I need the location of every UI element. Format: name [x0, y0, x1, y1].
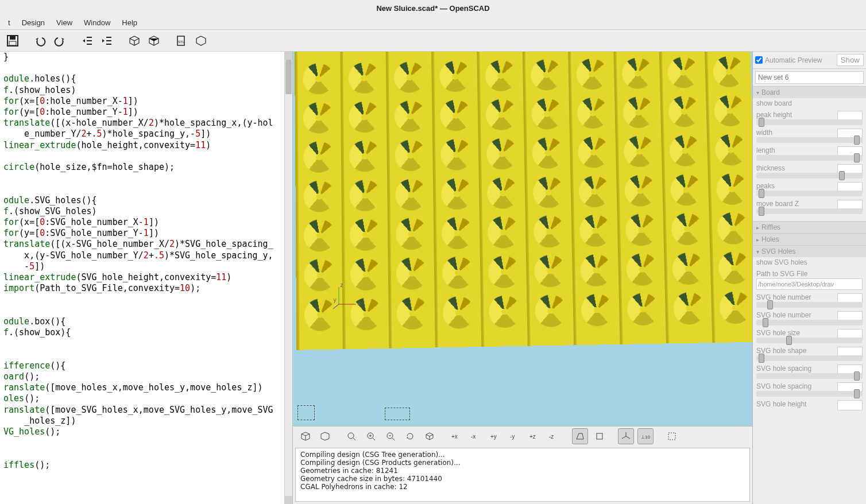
- preview-icon[interactable]: [126, 33, 142, 49]
- svg-line-12: [353, 438, 355, 440]
- show-button[interactable]: Show: [837, 54, 864, 66]
- show-board-label: show board: [756, 99, 863, 107]
- console-line: Compiling design (CSG Products generatio…: [300, 459, 461, 467]
- svg-point-11: [348, 433, 354, 439]
- console-line: Geometries in cache: 81241: [300, 467, 398, 475]
- view-iso-icon[interactable]: [422, 428, 438, 444]
- viewport-toolbar: +x -x +y -y +z -z ⊥10: [293, 426, 752, 445]
- svg-line-16: [373, 438, 375, 440]
- menubar: t Design View Window Help: [0, 16, 866, 30]
- svg-spacing-x-slider[interactable]: [756, 373, 863, 379]
- window-titlebar: New Sluice.scad* — OpenSCAD: [0, 0, 866, 16]
- svg-text:+y: +y: [490, 433, 497, 440]
- console-output[interactable]: Compiling design (CSG Tree generation)..…: [295, 448, 750, 502]
- menu-view[interactable]: View: [56, 18, 72, 27]
- menu-window[interactable]: Window: [84, 18, 110, 27]
- group-board-header[interactable]: Board: [753, 87, 866, 98]
- console-line: Geometry cache size in bytes: 47101440: [300, 475, 442, 483]
- peaks-slider[interactable]: [756, 191, 863, 196]
- window-title: New Sluice.scad* — OpenSCAD: [376, 4, 489, 13]
- orthographic-icon[interactable]: [591, 428, 608, 444]
- undo-icon[interactable]: [32, 33, 48, 49]
- svg-text:y: y: [333, 297, 337, 303]
- svg-text:-z: -z: [549, 433, 554, 440]
- parameter-set-input[interactable]: [755, 71, 864, 84]
- console-line: Compiling design (CSG Tree generation)..…: [300, 451, 445, 459]
- show-edges-icon[interactable]: [664, 428, 680, 444]
- main-toolbar: STL: [0, 30, 866, 52]
- auto-preview-checkbox[interactable]: [755, 56, 763, 64]
- axis-plus-x-icon[interactable]: +x: [448, 428, 464, 444]
- zoom-out-icon[interactable]: [382, 428, 399, 444]
- svg-line-19: [392, 438, 395, 440]
- svg-rect-26: [597, 433, 602, 439]
- auto-preview-label: Automatic Preview: [765, 56, 822, 64]
- customizer-panel: Automatic Preview Show Board show board …: [752, 52, 866, 504]
- menu-help[interactable]: Help: [122, 18, 137, 27]
- svg-rect-1: [10, 36, 16, 40]
- svg-text:-y: -y: [510, 433, 515, 440]
- preview-cube-icon[interactable]: [297, 428, 314, 444]
- export-stl-icon[interactable]: STL: [173, 33, 190, 49]
- unindent-icon[interactable]: [79, 33, 95, 49]
- perspective-icon[interactable]: [572, 428, 588, 444]
- svg-text:x: x: [357, 300, 361, 307]
- menu-t[interactable]: t: [8, 18, 10, 27]
- length-slider[interactable]: [756, 155, 863, 161]
- axis-minus-x-icon[interactable]: -x: [467, 428, 484, 444]
- axis-minus-z-icon[interactable]: -z: [546, 428, 562, 444]
- svg-num-x-slider[interactable]: [756, 302, 863, 308]
- code-editor-pane: } odule.holes(){ f.(show_holes) for(x=[0…: [0, 52, 293, 504]
- axis-indicator: z x y: [333, 281, 362, 311]
- group-holes-header[interactable]: Holes: [753, 234, 866, 245]
- svg-size-slider[interactable]: [756, 338, 863, 343]
- render-cube-icon[interactable]: [317, 428, 333, 444]
- reset-view-icon[interactable]: [402, 428, 418, 444]
- svg-text:STL: STL: [178, 40, 185, 44]
- svg-text:+x: +x: [451, 433, 458, 440]
- render-icon[interactable]: [146, 33, 162, 49]
- svg-spacing-y-slider[interactable]: [756, 391, 863, 397]
- rendered-model: [295, 52, 752, 350]
- group-svg-holes-header[interactable]: SVG Holes: [753, 246, 866, 257]
- width-slider[interactable]: [756, 137, 863, 143]
- axis-minus-y-icon[interactable]: -y: [507, 428, 523, 444]
- redo-icon[interactable]: [52, 33, 68, 49]
- peak-height-slider[interactable]: [756, 119, 863, 125]
- indent-icon[interactable]: [99, 33, 115, 49]
- group-riffles-header[interactable]: Riffles: [753, 222, 866, 233]
- svg-text:z: z: [340, 282, 343, 288]
- svg-height-input[interactable]: [837, 400, 863, 410]
- console-line: CGAL Polyhedrons in cache: 12: [300, 483, 408, 491]
- svg-line-29: [622, 436, 626, 439]
- svg-shape-slider[interactable]: [756, 355, 863, 361]
- menu-design[interactable]: Design: [22, 18, 45, 27]
- move-board-z-slider[interactable]: [756, 208, 863, 214]
- svg-line-28: [626, 436, 630, 439]
- show-axes-icon[interactable]: [618, 428, 634, 444]
- axis-plus-z-icon[interactable]: +z: [526, 428, 542, 444]
- svg-rect-31: [668, 433, 675, 440]
- thickness-slider[interactable]: [756, 173, 863, 179]
- zoom-in-icon[interactable]: [363, 428, 379, 444]
- code-editor[interactable]: } odule.holes(){ f.(show_holes) for(x=[0…: [0, 52, 284, 504]
- show-svg-holes-label: show SVG holes: [756, 258, 863, 266]
- svg-text:⊥10: ⊥10: [641, 435, 650, 440]
- axis-plus-y-icon[interactable]: +y: [487, 428, 503, 444]
- 3d-viewport[interactable]: z x y: [293, 52, 752, 426]
- svg-rect-2: [9, 41, 16, 45]
- scrollbar-thumb[interactable]: [285, 60, 292, 94]
- svg-path-input[interactable]: [756, 278, 863, 290]
- send-icon[interactable]: [193, 33, 209, 49]
- svg-text:+z: +z: [529, 433, 536, 440]
- path-label: Path to SVG File: [756, 270, 863, 278]
- save-icon[interactable]: [5, 33, 21, 49]
- svg-line-9: [333, 304, 339, 309]
- svg-text:-x: -x: [471, 433, 475, 440]
- zoom-all-icon[interactable]: [343, 428, 359, 444]
- editor-scrollbar[interactable]: [284, 52, 292, 504]
- show-scale-icon[interactable]: ⊥10: [637, 428, 654, 444]
- svg-num-y-slider[interactable]: [756, 320, 863, 325]
